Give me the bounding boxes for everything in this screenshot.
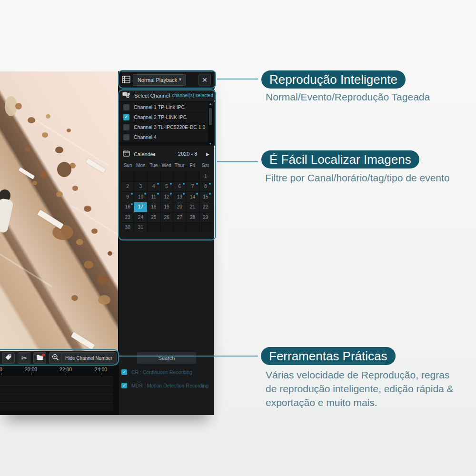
artifact: [108, 251, 112, 256]
timeline-lane: [0, 402, 113, 411]
timeline-lanes: [0, 377, 113, 411]
timeline-lane: [0, 385, 113, 394]
artifact: [32, 181, 37, 185]
artifact: [84, 261, 93, 268]
artifact: [55, 147, 63, 153]
legend-label: CR : Continuous Recording: [131, 369, 192, 375]
artifact: [40, 171, 47, 178]
connector-line-1: [217, 79, 258, 79]
glass-reflection: [35, 119, 109, 166]
surveillance-video-frame: [0, 71, 118, 351]
callout-title-practical-tools: Ferramentas Práticas: [261, 347, 396, 365]
exhibit-label-card: [71, 332, 95, 350]
glass-reflection: [72, 206, 118, 242]
callout-subtitle-find-images: Filtre por Canal/horário/tag/tipo de eve…: [265, 171, 450, 185]
playback-timeline[interactable]: 020:0022:0024:00: [0, 365, 118, 415]
artifact: [76, 239, 83, 245]
highlight-ring-toolbar: [0, 349, 119, 366]
artifact: [91, 228, 98, 234]
artifact: [97, 275, 109, 285]
exhibit-label-card: [19, 167, 35, 179]
callout-subtitle-practical-tools: Várias velocidade de Reprodução, regras …: [266, 368, 460, 409]
artifact: [28, 117, 35, 123]
callout-subtitle-smart-playback: Normal/Evento/Reprodução Tageada: [266, 90, 430, 104]
artifact: [46, 114, 50, 119]
callout-title-smart-playback: Reprodução Inteligente: [261, 70, 406, 89]
connector-line-2: [217, 161, 258, 162]
timeline-tick: [1, 373, 1, 375]
artifact: [72, 186, 78, 191]
artifact: [52, 225, 73, 240]
artifact: [71, 295, 78, 301]
legend-row: ✓MDR : Motion Detection Recording: [121, 383, 208, 388]
artifact: [42, 132, 48, 138]
artifact: [67, 129, 71, 132]
timeline-lane: [0, 394, 113, 402]
timeline-time-label: 0: [0, 367, 2, 372]
exhibit-label-card: [37, 210, 64, 229]
timeline-time-label: 20:00: [25, 367, 37, 372]
connector-line-3: [119, 356, 258, 357]
visitor-person-body: [0, 198, 14, 234]
highlight-ring-playback-mode: [118, 70, 216, 89]
exhibit-label-card: [86, 158, 106, 173]
page: ✂ Hide Channel Number 020:0022:0024:00 N…: [0, 0, 476, 476]
timeline-lane: [0, 377, 113, 385]
artifact: [56, 191, 63, 197]
timeline-tick: [66, 373, 66, 375]
artifact: [57, 162, 71, 177]
glass-reflection: [0, 246, 52, 287]
artifact: [25, 147, 30, 152]
timeline-time-label: 22:00: [60, 367, 72, 372]
callout-title-find-images: É Fácil Localizar Imagens: [261, 150, 419, 169]
timeline-tick: [101, 373, 101, 375]
timeline-time-label: 24:00: [95, 367, 107, 372]
artifact: [98, 295, 110, 305]
artifact: [15, 103, 22, 109]
checkbox-checked-icon[interactable]: ✓: [121, 383, 127, 388]
timeline-tick: [31, 373, 31, 375]
legend-label: MDR : Motion Detection Recording: [131, 383, 208, 388]
checkbox-checked-icon[interactable]: ✓: [121, 369, 127, 375]
highlight-ring-filter-panel: [118, 89, 216, 240]
search-button[interactable]: Search: [137, 352, 196, 364]
artifact: [84, 206, 91, 212]
legend-row: ✓CR : Continuous Recording: [121, 369, 192, 375]
